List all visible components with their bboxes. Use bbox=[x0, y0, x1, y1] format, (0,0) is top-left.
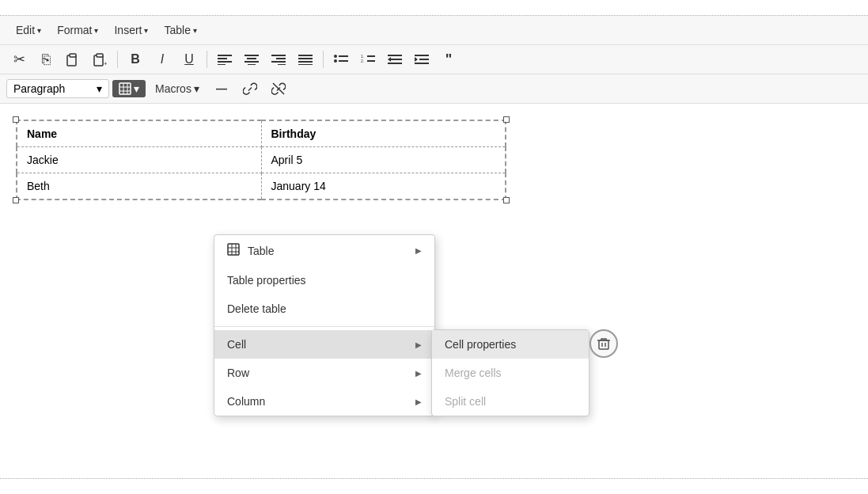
toolbar-sep-3 bbox=[323, 51, 324, 68]
bottom-dots-area bbox=[0, 478, 868, 494]
macros-button[interactable]: Macros ▾ bbox=[149, 80, 206, 97]
submenu-split-cell: Split cell bbox=[432, 387, 589, 416]
cell-name-beth[interactable]: Beth bbox=[17, 173, 261, 200]
column-submenu-arrow-icon: ▶ bbox=[415, 397, 422, 406]
svg-text:+: + bbox=[104, 60, 107, 66]
submenu-cell-properties[interactable]: Cell properties bbox=[432, 330, 589, 359]
table-row: Jackie April 5 bbox=[17, 147, 506, 173]
paragraph-caret-icon: ▾ bbox=[97, 82, 102, 95]
content-area: Name Birthday Jackie April 5 Beth Januar… bbox=[0, 104, 868, 478]
handle-bottom-left[interactable] bbox=[13, 197, 19, 203]
dropdown-delete-table-item-left: Delete table bbox=[227, 302, 286, 315]
bullet-list-button[interactable] bbox=[328, 48, 354, 70]
dropdown-menu: Table ▶ Table properties Delete table bbox=[214, 234, 435, 416]
handle-bottom-right[interactable] bbox=[503, 197, 510, 203]
paste-button[interactable] bbox=[60, 48, 85, 70]
table-caret-icon: ▾ bbox=[193, 26, 197, 35]
svg-rect-37 bbox=[119, 83, 131, 94]
table-header-row: Name Birthday bbox=[17, 120, 506, 147]
edit-caret-icon: ▾ bbox=[37, 26, 41, 35]
insert-caret-icon: ▾ bbox=[144, 26, 148, 35]
table-wrapper: Name Birthday Jackie April 5 Beth Januar… bbox=[16, 120, 506, 200]
toolbar-sep-1 bbox=[117, 51, 118, 68]
underline-button[interactable]: U bbox=[176, 48, 202, 70]
handle-top-left[interactable] bbox=[13, 116, 19, 123]
app-container: Edit ▾ Format ▾ Insert ▾ Table ▾ ✂ ⎘ bbox=[0, 0, 868, 494]
link-button[interactable] bbox=[237, 78, 263, 100]
dropdown-table-properties-item[interactable]: Table properties bbox=[214, 266, 434, 294]
top-dots-area bbox=[0, 0, 868, 16]
cell-birthday-april[interactable]: April 5 bbox=[261, 147, 506, 173]
trash-icon bbox=[597, 336, 611, 351]
table-submenu-arrow-icon: ▶ bbox=[415, 246, 422, 255]
table-grid-icon bbox=[119, 82, 131, 95]
paste-special-button[interactable]: + bbox=[87, 48, 112, 70]
editor-table: Name Birthday Jackie April 5 Beth Januar… bbox=[16, 120, 506, 200]
align-right-button[interactable] bbox=[266, 48, 291, 70]
svg-line-42 bbox=[273, 83, 284, 94]
table-header-birthday[interactable]: Birthday bbox=[261, 120, 506, 147]
dropdown-row-item-left: Row bbox=[227, 367, 249, 379]
menu-insert[interactable]: Insert ▾ bbox=[108, 21, 154, 40]
svg-marker-32 bbox=[388, 57, 391, 62]
dropdown-table-properties-item-left: Table properties bbox=[227, 274, 306, 287]
macros-caret-icon: ▾ bbox=[194, 82, 199, 95]
svg-point-21 bbox=[334, 55, 337, 58]
handle-top-right[interactable] bbox=[503, 116, 510, 123]
cut-button[interactable]: ✂ bbox=[6, 48, 32, 70]
align-left-button[interactable] bbox=[212, 48, 237, 70]
copy-button[interactable]: ⎘ bbox=[33, 48, 59, 70]
outdent-button[interactable] bbox=[382, 48, 407, 70]
menu-edit[interactable]: Edit ▾ bbox=[9, 21, 47, 40]
toolbar-row1: ✂ ⎘ + B I U bbox=[0, 45, 868, 74]
table-row: Beth January 14 bbox=[17, 173, 506, 200]
svg-point-22 bbox=[334, 59, 337, 63]
svg-rect-48 bbox=[599, 340, 608, 349]
hr-button[interactable]: — bbox=[209, 78, 234, 100]
delete-icon-button[interactable] bbox=[589, 329, 618, 358]
svg-rect-43 bbox=[228, 244, 239, 255]
dropdown-cell-item-left: Cell bbox=[227, 338, 246, 351]
italic-button[interactable]: I bbox=[150, 48, 175, 70]
paragraph-select[interactable]: Paragraph ▾ bbox=[6, 79, 109, 98]
cell-submenu: Cell properties Merge cells Split cell bbox=[431, 329, 589, 416]
svg-text:2.: 2. bbox=[361, 59, 364, 63]
menu-table[interactable]: Table ▾ bbox=[157, 21, 203, 40]
svg-rect-3 bbox=[97, 54, 103, 57]
cell-name-jackie[interactable]: Jackie bbox=[17, 147, 261, 173]
dropdown-column-item-left: Column bbox=[227, 395, 265, 408]
format-caret-icon: ▾ bbox=[94, 26, 98, 35]
unlink-button[interactable] bbox=[266, 78, 291, 100]
svg-rect-1 bbox=[70, 54, 76, 57]
table-btn-caret: ▾ bbox=[134, 82, 139, 95]
blockquote-button[interactable]: " bbox=[436, 48, 461, 70]
toolbar-sep-2 bbox=[207, 51, 207, 68]
cell-submenu-arrow-icon: ▶ bbox=[415, 340, 422, 349]
row-submenu-arrow-icon: ▶ bbox=[415, 369, 422, 378]
dropdown-sep-1 bbox=[214, 326, 434, 327]
cell-birthday-january[interactable]: January 14 bbox=[261, 173, 506, 200]
toolbar-row2: Paragraph ▾ ▾ Macros ▾ — bbox=[0, 74, 868, 104]
submenu-merge-cells: Merge cells bbox=[432, 359, 589, 387]
bold-button[interactable]: B bbox=[123, 48, 148, 70]
align-center-button[interactable] bbox=[239, 48, 264, 70]
menu-bar: Edit ▾ Format ▾ Insert ▾ Table ▾ bbox=[0, 16, 868, 45]
indent-button[interactable] bbox=[409, 48, 434, 70]
table-active-button[interactable]: ▾ bbox=[112, 80, 146, 97]
menu-format[interactable]: Format ▾ bbox=[51, 21, 104, 40]
dropdown-column-item[interactable]: Column ▶ bbox=[214, 387, 434, 416]
dropdown-cell-item[interactable]: Cell ▶ bbox=[214, 330, 434, 359]
dropdown-table-item[interactable]: Table ▶ bbox=[214, 235, 434, 266]
align-justify-button[interactable] bbox=[293, 48, 318, 70]
num-list-button[interactable]: 1.2. bbox=[355, 48, 381, 70]
dropdown-row-item[interactable]: Row ▶ bbox=[214, 359, 434, 387]
table-grid-icon bbox=[227, 243, 240, 258]
table-header-name[interactable]: Name bbox=[17, 120, 261, 147]
svg-marker-36 bbox=[415, 57, 418, 62]
dropdown-delete-table-item[interactable]: Delete table bbox=[214, 294, 434, 323]
dropdown-table-item-left: Table bbox=[227, 243, 274, 258]
